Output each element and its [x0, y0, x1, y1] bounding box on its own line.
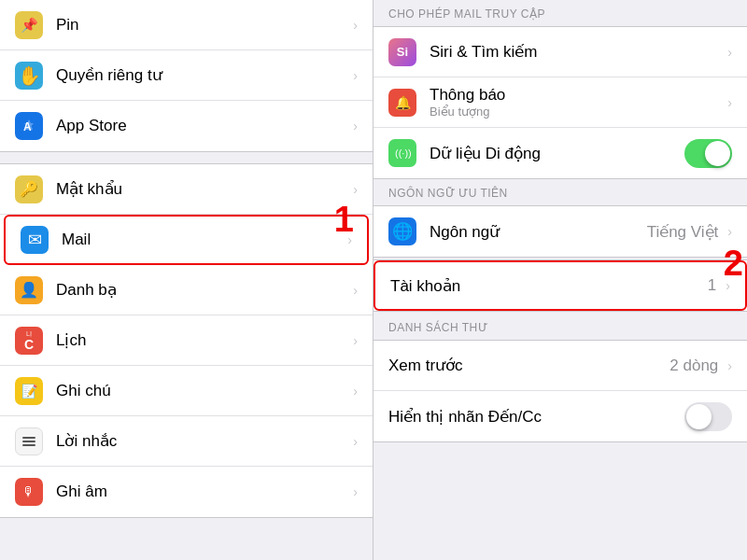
reminders-label: Lời nhắc	[56, 431, 349, 451]
settings-item-notification[interactable]: 🔔 Thông báo Biểu tượng ›	[374, 77, 747, 128]
settings-item-calendar[interactable]: LỊ C Lịch ›	[0, 315, 373, 366]
settings-item-siri[interactable]: Si Siri & Tìm kiếm ›	[374, 27, 747, 77]
password-chevron: ›	[353, 182, 358, 197]
settings-item-appstore[interactable]: A App Store ›	[0, 101, 373, 151]
settings-item-reminders[interactable]: Lời nhắc ›	[0, 416, 373, 467]
settings-item-mail[interactable]: ✉ Mail ›	[4, 215, 369, 265]
settings-item-cellular[interactable]: ((·)) Dữ liệu Di động	[374, 128, 747, 178]
reminders-chevron: ›	[353, 434, 358, 449]
contacts-icon: 👤	[15, 276, 43, 304]
privacy-label: Quyền riêng tư	[56, 65, 349, 85]
taikhoan-label: Tài khoản	[390, 276, 708, 296]
notification-chevron: ›	[727, 95, 732, 110]
voice-icon: 🎙	[15, 478, 43, 506]
svg-rect-1	[22, 437, 35, 439]
settings-item-language[interactable]: 🌐 Ngôn ngữ Tiếng Việt ›	[374, 206, 747, 257]
pin-chevron: ›	[353, 18, 358, 33]
mail-label: Mail	[62, 231, 344, 249]
language-label: Ngôn ngữ	[430, 222, 647, 242]
voice-chevron: ›	[353, 484, 358, 499]
calendar-chevron: ›	[353, 333, 358, 348]
taikhoan-group: Tài khoản 1 › 2	[374, 259, 747, 312]
showto-label: Hiển thị nhãn Đến/Cc	[388, 407, 684, 427]
language-chevron: ›	[727, 224, 732, 239]
notification-label: Thông báo	[430, 86, 724, 105]
calendar-icon: LỊ C	[15, 327, 43, 355]
settings-item-showto[interactable]: Hiển thị nhãn Đến/Cc	[374, 391, 747, 441]
right-settings-panel: CHO PHÉP MAIL TRUY CẬP Si Siri & Tìm kiế…	[374, 0, 747, 560]
language-value: Tiếng Việt	[647, 222, 719, 242]
siri-icon: Si	[388, 38, 416, 66]
pin-label: Pin	[56, 16, 349, 35]
notes-icon: 📝	[15, 377, 43, 405]
mail-row-wrapper: ✉ Mail › 1	[0, 215, 373, 265]
siri-chevron: ›	[727, 45, 732, 60]
language-icon: 🌐	[388, 217, 416, 245]
preview-value: 2 dòng	[669, 357, 718, 375]
preview-label: Xem trước	[388, 356, 669, 375]
notification-icon: 🔔	[388, 89, 416, 117]
svg-rect-2	[22, 441, 35, 442]
contacts-label: Danh bạ	[56, 280, 349, 300]
reminders-icon	[15, 427, 43, 455]
mail-icon: ✉	[21, 226, 49, 254]
appstore-icon: A	[15, 112, 43, 140]
svg-text:((·)): ((·))	[395, 147, 411, 159]
pin-icon: 📌	[15, 11, 43, 39]
password-icon: 🔑	[15, 175, 43, 203]
cellular-icon: ((·))	[388, 139, 416, 167]
settings-item-contacts[interactable]: 👤 Danh bạ ›	[0, 265, 373, 315]
cellular-toggle[interactable]	[684, 139, 732, 168]
step-number-1: 1	[334, 202, 354, 237]
settings-item-preview[interactable]: Xem trước 2 dòng ›	[374, 341, 747, 391]
voice-label: Ghi âm	[56, 483, 349, 501]
privacy-chevron: ›	[353, 68, 358, 83]
appstore-label: App Store	[56, 117, 349, 135]
calendar-label: Lịch	[56, 330, 349, 350]
preview-chevron: ›	[727, 358, 732, 373]
notification-subtitle: Biểu tượng	[430, 105, 724, 119]
section-header-access: CHO PHÉP MAIL TRUY CẬP	[374, 0, 747, 26]
settings-item-voice[interactable]: 🎙 Ghi âm ›	[0, 467, 373, 517]
password-label: Mật khẩu	[56, 179, 349, 199]
contacts-chevron: ›	[353, 283, 358, 298]
cellular-label: Dữ liệu Di động	[430, 144, 684, 163]
showto-toggle-knob	[686, 404, 712, 429]
settings-item-privacy[interactable]: ✋ Quyền riêng tư ›	[0, 50, 373, 101]
taikhoan-wrapper: Tài khoản 1 › 2	[374, 260, 747, 311]
svg-rect-3	[22, 444, 35, 446]
section-header-maillist: DANH SÁCH THƯ	[374, 314, 747, 340]
cellular-toggle-knob	[705, 141, 730, 166]
settings-item-notes[interactable]: 📝 Ghi chú ›	[0, 366, 373, 416]
notes-chevron: ›	[353, 384, 358, 399]
taikhoan-value: 1	[708, 276, 716, 295]
showto-toggle[interactable]	[684, 402, 732, 431]
left-settings-panel: 📌 Pin › ✋ Quyền riêng tư › A App Store ›…	[0, 0, 374, 560]
settings-item-pin[interactable]: 📌 Pin ›	[0, 0, 373, 50]
step-number-2: 2	[724, 245, 743, 281]
privacy-icon: ✋	[15, 62, 43, 90]
settings-item-taikhoan[interactable]: Tài khoản 1 ›	[374, 260, 747, 311]
settings-item-password[interactable]: 🔑 Mật khẩu ›	[0, 164, 373, 215]
appstore-chevron: ›	[353, 119, 358, 133]
notification-text-group: Thông báo Biểu tượng	[430, 86, 724, 119]
siri-label: Siri & Tìm kiếm	[430, 42, 724, 62]
svg-text:A: A	[23, 120, 32, 133]
notes-label: Ghi chú	[56, 382, 349, 400]
section-header-language: NGÔN NGỮ ƯU TIÊN	[374, 179, 747, 205]
